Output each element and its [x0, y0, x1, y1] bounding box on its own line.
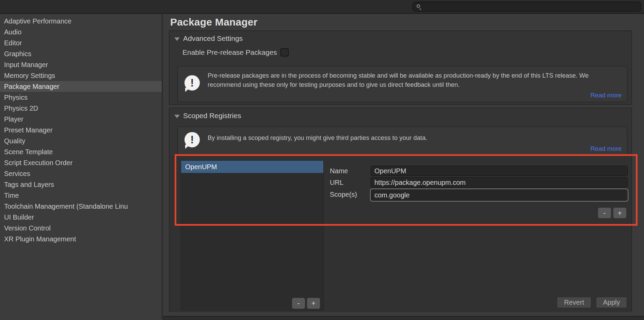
search-input[interactable]	[423, 3, 638, 11]
panel-bottom-strip	[163, 317, 644, 320]
warning-bubble-icon: !	[184, 132, 200, 147]
scoped-read-more-link[interactable]: Read more	[590, 145, 622, 153]
sidebar-item-ui-builder[interactable]: UI Builder	[0, 212, 162, 223]
registry-list-buttons: - +	[292, 298, 320, 309]
sidebar-item-input-manager[interactable]: Input Manager	[0, 59, 162, 70]
sidebar-item-package-manager[interactable]: Package Manager	[0, 81, 162, 92]
url-field[interactable]	[371, 177, 628, 188]
page-title: Package Manager	[170, 16, 257, 28]
revert-button[interactable]: Revert	[557, 297, 591, 308]
scoped-registries-foldout[interactable]: Scoped Registries	[174, 112, 241, 120]
sidebar-item-services[interactable]: Services	[0, 168, 162, 179]
scoped-registry-info-box: ! By installing a scoped registry, you m…	[177, 127, 627, 155]
sidebar-item-tags-and-layers[interactable]: Tags and Layers	[0, 179, 162, 190]
name-field-label: Name	[330, 167, 348, 175]
sidebar-item-toolchain-management[interactable]: Toolchain Management (Standalone Linu	[0, 201, 162, 212]
foldout-triangle-icon	[174, 37, 180, 41]
sidebar-item-scene-template[interactable]: Scene Template	[0, 146, 162, 157]
remove-registry-button[interactable]: -	[292, 298, 305, 309]
sidebar-item-preset-manager[interactable]: Preset Manager	[0, 125, 162, 135]
sidebar-item-audio[interactable]: Audio	[0, 27, 162, 37]
registry-list: OpenUPM - +	[181, 160, 324, 311]
add-scope-button[interactable]: +	[613, 208, 626, 218]
sidebar-item-xr-plugin-management[interactable]: XR Plugin Management	[0, 234, 162, 244]
project-settings-window: Adaptive Performance Audio Editor Graphi…	[0, 0, 644, 320]
sidebar-item-editor[interactable]: Editor	[0, 37, 162, 48]
prerelease-read-more-link[interactable]: Read more	[590, 92, 622, 99]
registry-list-item-openupm[interactable]: OpenUPM	[181, 161, 323, 173]
sidebar-item-time[interactable]: Time	[0, 190, 162, 201]
warning-bubble-icon: !	[184, 75, 200, 91]
sidebar-item-script-execution-order[interactable]: Script Execution Order	[0, 157, 162, 168]
remove-scope-button[interactable]: -	[598, 208, 611, 218]
scopes-field[interactable]	[371, 189, 628, 201]
scoped-registry-info-text: By installing a scoped registry, you mig…	[208, 133, 620, 143]
advanced-settings-header: Advanced Settings	[183, 34, 243, 43]
search-icon	[417, 4, 420, 8]
sidebar-item-graphics[interactable]: Graphics	[0, 48, 162, 59]
enable-prerelease-row: Enable Pre-release Packages	[182, 48, 289, 57]
scoped-registries-header: Scoped Registries	[183, 112, 241, 120]
sidebar-item-version-control[interactable]: Version Control	[0, 223, 162, 234]
sidebar-item-physics-2d[interactable]: Physics 2D	[0, 103, 162, 114]
add-registry-button[interactable]: +	[307, 298, 320, 309]
apply-button[interactable]: Apply	[596, 297, 627, 308]
sidebar-item-physics[interactable]: Physics	[0, 92, 162, 103]
scopes-field-label: Scope(s)	[330, 191, 357, 198]
url-field-label: URL	[330, 179, 343, 187]
sidebar-item-player[interactable]: Player	[0, 114, 162, 125]
prerelease-info-text: Pre-release packages are in the process …	[208, 71, 620, 89]
sidebar-item-quality[interactable]: Quality	[0, 135, 162, 146]
prerelease-info-box: ! Pre-release packages are in the proces…	[177, 66, 627, 102]
settings-sidebar: Adaptive Performance Audio Editor Graphi…	[0, 14, 162, 320]
advanced-settings-foldout[interactable]: Advanced Settings	[174, 34, 243, 43]
scope-list-buttons: - +	[598, 208, 626, 218]
advanced-settings-section: Advanced Settings Enable Pre-release Pac…	[169, 31, 632, 105]
sidebar-item-adaptive-performance[interactable]: Adaptive Performance	[0, 16, 162, 27]
settings-category-list: Adaptive Performance Audio Editor Graphi…	[0, 14, 162, 244]
scoped-registries-section: Scoped Registries ! By installing a scop…	[169, 108, 632, 311]
top-toolbar	[0, 0, 644, 14]
enable-prerelease-label: Enable Pre-release Packages	[182, 48, 277, 57]
registries-editor-area: OpenUPM - + Name URL Scope(s) - +	[170, 156, 631, 311]
enable-prerelease-checkbox[interactable]	[280, 48, 289, 57]
settings-content-pane: Package Manager Advanced Settings Enable…	[163, 14, 644, 320]
name-field[interactable]	[371, 166, 628, 176]
sidebar-item-memory-settings[interactable]: Memory Settings	[0, 70, 162, 81]
foldout-triangle-icon	[174, 115, 180, 118]
settings-search-box[interactable]	[413, 2, 641, 12]
